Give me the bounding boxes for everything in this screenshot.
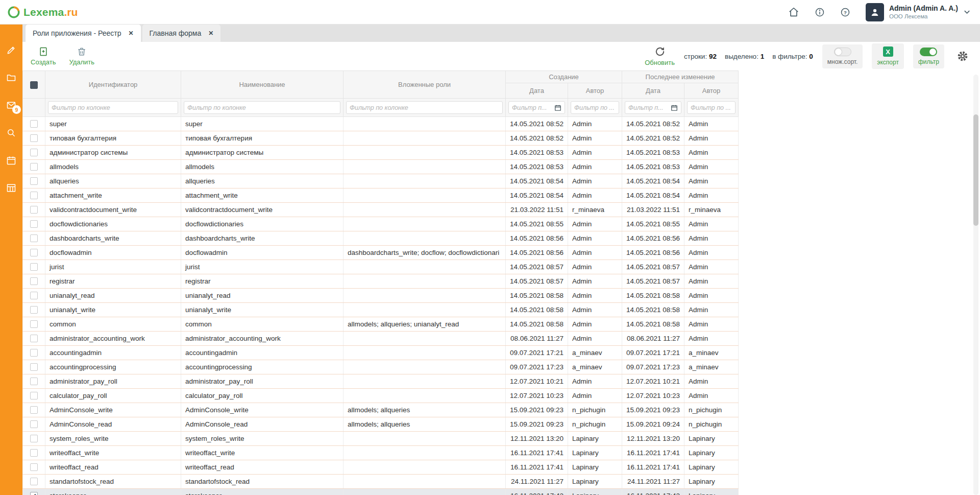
sidebar-item-calendar[interactable] [6,155,16,166]
tab-close-icon[interactable]: ✕ [208,30,213,37]
table-row[interactable]: unianalyt_readunianalyt_read14.05.2021 0… [23,289,739,303]
user-menu[interactable]: Admin (Admin A. A.) ООО Лексема [866,3,971,21]
table-row[interactable]: AdminConsole_writeAdminConsole_writeallm… [23,403,739,417]
table-row[interactable]: supersuper14.05.2021 08:52Admin14.05.202… [23,117,739,131]
home-button[interactable] [788,7,799,18]
table-row[interactable]: juristjurist14.05.2021 08:57Admin14.05.2… [23,260,739,274]
filter-input-created-author[interactable] [574,104,616,111]
column-header-modified-date[interactable]: Дата [622,83,684,99]
tab-close-icon[interactable]: ✕ [128,30,133,37]
row-checkbox[interactable] [30,192,38,199]
table-row[interactable]: administrator_pay_rolladministrator_pay_… [23,374,739,389]
column-header-modified-author[interactable]: Автор [684,83,739,99]
row-checkbox[interactable] [30,134,38,142]
row-checkbox[interactable] [30,149,38,156]
row-checkbox[interactable] [30,406,38,414]
table-row[interactable]: docflowadmindocflowadmindashboardcharts_… [23,246,739,260]
sidebar-item-search[interactable] [6,128,16,138]
help-button[interactable]: ? [840,7,850,17]
row-checkbox[interactable] [30,320,38,328]
column-header-nested-roles[interactable]: Вложенные роли [344,71,506,99]
delete-button[interactable]: Удалить [69,46,94,66]
table-row[interactable]: docflowdictionariesdocflowdictionaries14… [23,217,739,231]
column-header-created-date[interactable]: Дата [506,83,568,99]
row-checkbox[interactable] [30,292,38,299]
table-row[interactable]: standartofstock_readstandartofstock_read… [23,475,739,489]
cell-created-date: 14.05.2021 08:53 [506,160,568,174]
row-checkbox[interactable] [30,263,38,271]
row-checkbox[interactable] [30,206,38,214]
row-checkbox[interactable] [30,378,38,385]
table-row[interactable]: validcontractdocument_writevalidcontract… [23,203,739,217]
vertical-scrollbar-thumb[interactable] [973,114,978,226]
table-row[interactable]: dashboardcharts_writedashboardcharts_wri… [23,231,739,246]
cell-modified-by: r_minaeva [684,203,739,217]
table-row[interactable]: calculator_pay_rollcalculator_pay_roll12… [23,389,739,403]
filter-input-modified-author[interactable] [691,104,732,111]
row-checkbox[interactable] [30,306,38,314]
row-checkbox[interactable] [30,435,38,442]
app-logo[interactable]: Lexema.ru [7,6,78,19]
folder-icon [6,73,16,83]
select-all-checkbox[interactable] [30,81,38,89]
table-row[interactable]: administrator_accounting_workadministrat… [23,332,739,346]
vertical-scrollbar[interactable] [973,75,978,495]
filter-toggle[interactable]: фильтр [913,44,944,68]
multisort-toggle-switch[interactable] [834,48,851,56]
table-row[interactable]: администратор системыадминистратор систе… [23,146,739,160]
filter-input-name[interactable] [187,104,337,111]
calendar-picker-icon[interactable] [554,104,561,111]
tab-roles-registry[interactable]: Роли приложения - Реестр ✕ [26,25,141,42]
column-header-created-author[interactable]: Автор [568,83,622,99]
table-row[interactable]: allmodelsallmodels14.05.2021 08:53Admin1… [23,160,739,174]
row-checkbox[interactable] [30,249,38,256]
column-header-name[interactable]: Наименование [181,71,344,99]
table-row[interactable]: AdminConsole_readAdminConsole_readallmod… [23,417,739,432]
row-checkbox[interactable] [30,277,38,285]
settings-button[interactable] [957,50,969,62]
table-row[interactable]: accountingadminaccountingadmin09.07.2021… [23,346,739,360]
calendar-picker-icon[interactable] [671,104,678,111]
table-row[interactable]: system_roles_writesystem_roles_write12.1… [23,432,739,446]
filter-input-created-date[interactable] [512,104,552,111]
row-checkbox[interactable] [30,335,38,342]
refresh-button[interactable]: Обновить [645,46,675,66]
sidebar-item-mail[interactable]: 9 [6,100,16,110]
sidebar-item-edit[interactable] [6,45,16,55]
info-button[interactable] [815,7,825,17]
table-row[interactable]: ✔storekeeperstorekeeper16.11.2021 17:42L… [23,489,739,495]
table-row[interactable]: writeoffact_writewriteoffact_write16.11.… [23,446,739,460]
table-row[interactable]: commoncommonallmodels; allqueries; unian… [23,317,739,332]
export-button[interactable]: X экспорт [872,43,904,69]
column-header-id[interactable]: Идентификатор [45,71,181,99]
table-row[interactable]: writeoffact_readwriteoffact_read16.11.20… [23,460,739,475]
row-checkbox[interactable] [30,234,38,242]
row-checkbox[interactable] [30,449,38,457]
row-checkbox[interactable] [30,463,38,471]
row-checkbox[interactable] [30,420,38,428]
filter-toggle-switch[interactable] [920,48,937,56]
table-row[interactable]: unianalyt_writeunianalyt_write14.05.2021… [23,303,739,317]
create-button[interactable]: Создать [31,46,56,66]
table-row[interactable]: типовая бухгалтериятиповая бухгалтерия14… [23,131,739,146]
row-checkbox[interactable] [30,177,38,185]
filter-input-nested-roles[interactable] [350,104,499,111]
tab-main-form[interactable]: Главная форма ✕ [142,25,221,42]
sidebar-item-registry[interactable] [6,183,16,193]
row-checkbox[interactable] [30,220,38,228]
table-row[interactable]: registrarregistrar14.05.2021 08:57Admin1… [23,274,739,289]
row-checkbox[interactable] [30,363,38,371]
row-checkbox[interactable] [30,392,38,399]
row-checkbox[interactable] [30,349,38,357]
row-checkbox[interactable] [30,478,38,485]
table-row[interactable]: attachment_writeattachment_write14.05.20… [23,188,739,203]
multisort-toggle[interactable]: множ.сорт. [822,44,863,68]
row-checkbox[interactable] [30,163,38,171]
sidebar-item-folders[interactable] [6,73,16,83]
table-row[interactable]: allqueriesallqueries14.05.2021 08:54Admi… [23,174,739,188]
filter-input-modified-date[interactable] [628,104,669,111]
row-checkbox[interactable] [30,120,38,128]
row-checkbox[interactable]: ✔ [30,492,38,495]
filter-input-id[interactable] [52,104,175,111]
table-row[interactable]: accountingprocessingaccountingprocessing… [23,360,739,374]
